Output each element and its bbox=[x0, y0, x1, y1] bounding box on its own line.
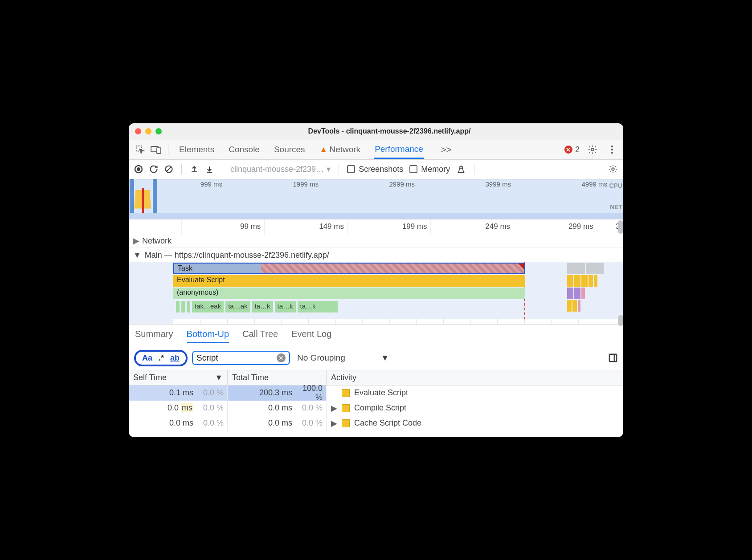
svg-rect-2 bbox=[157, 148, 161, 154]
col-self-time[interactable]: Self Time▼ bbox=[129, 370, 228, 385]
flame-bar[interactable]: tak…eak bbox=[192, 301, 224, 312]
window-title: DevTools - clinquant-mousse-2f2396.netli… bbox=[162, 127, 617, 135]
net-track-label: NET bbox=[609, 203, 622, 211]
svg-point-3 bbox=[591, 148, 594, 151]
panel-tabstrip: Elements Console Sources ▲Network Perfor… bbox=[129, 140, 623, 160]
table-row[interactable]: 0.0 ms0.0 % 0.0 ms0.0 % ▶Cache Script Co… bbox=[129, 416, 623, 431]
upload-icon[interactable] bbox=[190, 165, 199, 174]
flame-tail bbox=[567, 263, 621, 321]
chevron-down-icon: ▼ bbox=[381, 353, 389, 363]
scrollbar-thumb[interactable] bbox=[618, 220, 623, 234]
match-options-highlight: Aa .* ab bbox=[134, 350, 188, 366]
flame-micro-row: tak…eak ta…ak ta…k ta…k ta…k bbox=[176, 301, 338, 312]
tab-performance[interactable]: Performance bbox=[374, 141, 424, 159]
window-controls bbox=[135, 128, 162, 134]
svg-point-11 bbox=[612, 168, 614, 170]
tab-call-tree[interactable]: Call Tree bbox=[242, 329, 278, 343]
chevron-down-icon: ▾ bbox=[327, 164, 331, 174]
devtools-window: DevTools - clinquant-mousse-2f2396.netli… bbox=[129, 123, 623, 437]
memory-checkbox[interactable]: Memory bbox=[409, 165, 450, 174]
error-count: 2 bbox=[575, 145, 580, 154]
table-row[interactable]: 0.0 ms0.0 % 0.0 ms0.0 % ▶Compile Script bbox=[129, 401, 623, 416]
clear-icon[interactable] bbox=[164, 165, 173, 174]
close-icon[interactable] bbox=[135, 128, 141, 134]
tab-bottom-up[interactable]: Bottom-Up bbox=[187, 329, 229, 343]
main-track-header[interactable]: ▼ Main — https://clinquant-mousse-2f2396… bbox=[129, 248, 623, 260]
record-icon[interactable] bbox=[134, 165, 143, 174]
network-track-header[interactable]: ▶ Network bbox=[129, 235, 623, 248]
device-toggle-icon[interactable] bbox=[149, 143, 163, 156]
flame-bar-task[interactable]: Task bbox=[173, 263, 525, 274]
color-swatch bbox=[342, 404, 350, 412]
tab-event-log[interactable]: Event Log bbox=[291, 329, 331, 343]
settings-icon[interactable] bbox=[586, 143, 599, 156]
reload-record-icon[interactable] bbox=[149, 165, 158, 174]
kebab-menu-icon[interactable] bbox=[605, 143, 619, 156]
error-icon: ✕ bbox=[564, 146, 572, 154]
tab-console[interactable]: Console bbox=[228, 141, 261, 158]
error-count-badge[interactable]: ✕ 2 bbox=[564, 145, 580, 154]
scrollbar-thumb[interactable] bbox=[618, 315, 623, 326]
filter-input[interactable]: Script ✕ bbox=[192, 351, 290, 365]
table-header: Self Time▼ Total Time Activity bbox=[129, 370, 623, 386]
tabs-overflow[interactable]: >> bbox=[441, 145, 451, 155]
titlebar: DevTools - clinquant-mousse-2f2396.netli… bbox=[129, 123, 623, 140]
capture-settings-icon[interactable] bbox=[608, 164, 618, 174]
cpu-track-label: CPU bbox=[609, 182, 622, 189]
whole-word-button[interactable]: ab bbox=[170, 353, 180, 363]
flame-bar[interactable]: ta…k bbox=[252, 301, 273, 312]
regex-button[interactable]: .* bbox=[159, 353, 164, 363]
tab-summary[interactable]: Summary bbox=[135, 329, 173, 343]
flame-bar[interactable]: ta…k bbox=[298, 301, 338, 312]
color-swatch bbox=[342, 389, 350, 397]
svg-point-6 bbox=[611, 152, 613, 154]
svg-point-8 bbox=[137, 167, 140, 171]
svg-rect-12 bbox=[609, 354, 617, 362]
table-row[interactable]: 0.1 ms0.0 % 200.3 ms100.0 % Evaluate Scr… bbox=[129, 386, 623, 401]
expand-icon[interactable]: ▶ bbox=[331, 403, 337, 413]
svg-point-5 bbox=[611, 149, 613, 150]
collapse-icon: ▼ bbox=[133, 251, 141, 260]
dock-side-icon[interactable] bbox=[608, 353, 618, 363]
time-ruler: 99 ms 149 ms 199 ms 249 ms 299 ms 3 bbox=[129, 219, 623, 235]
maximize-icon[interactable] bbox=[155, 128, 162, 134]
table-body: 0.1 ms0.0 % 200.3 ms100.0 % Evaluate Scr… bbox=[129, 386, 623, 431]
overview-minimap[interactable]: 999 ms1999 ms2999 ms3999 ms4999 ms CPU N… bbox=[129, 179, 623, 219]
screenshots-checkbox[interactable]: Screenshots bbox=[347, 165, 403, 174]
filter-bar: Aa .* ab Script ✕ No Grouping ▼ bbox=[129, 346, 623, 370]
garbage-collect-icon[interactable] bbox=[456, 164, 466, 174]
svg-line-10 bbox=[167, 167, 171, 171]
minimize-icon[interactable] bbox=[145, 128, 151, 134]
performance-toolbar: clinquant-mousse-2f239…▾ Screenshots Mem… bbox=[129, 160, 623, 179]
detail-tabstrip: Summary Bottom-Up Call Tree Event Log bbox=[129, 324, 623, 346]
overview-ticks: 999 ms1999 ms2999 ms3999 ms4999 ms bbox=[129, 180, 610, 188]
col-activity[interactable]: Activity bbox=[327, 370, 623, 385]
expand-icon[interactable]: ▶ bbox=[331, 418, 337, 428]
warning-icon: ▲ bbox=[319, 145, 328, 154]
flame-bar[interactable]: ta…ak bbox=[225, 301, 250, 312]
tab-elements[interactable]: Elements bbox=[178, 141, 215, 158]
grouping-select[interactable]: No Grouping ▼ bbox=[297, 353, 389, 363]
clear-filter-icon[interactable]: ✕ bbox=[277, 353, 286, 362]
flame-bar-evaluate-script[interactable]: Evaluate Script bbox=[173, 275, 525, 287]
collapse-icon: ▶ bbox=[133, 236, 139, 246]
sort-desc-icon: ▼ bbox=[215, 373, 223, 382]
color-swatch bbox=[342, 419, 350, 427]
inspect-icon[interactable] bbox=[133, 143, 147, 156]
flame-chart[interactable]: 99 ms 149 ms 199 ms 249 ms 299 ms 3 ▶ Ne… bbox=[129, 219, 623, 324]
col-total-time[interactable]: Total Time bbox=[228, 370, 327, 385]
flame-bar[interactable]: ta…k bbox=[275, 301, 296, 312]
svg-point-4 bbox=[611, 146, 613, 147]
flame-bar-anonymous[interactable]: (anonymous) bbox=[173, 288, 525, 299]
download-icon[interactable] bbox=[205, 165, 214, 174]
match-case-button[interactable]: Aa bbox=[142, 353, 152, 363]
recording-selector[interactable]: clinquant-mousse-2f239…▾ bbox=[230, 164, 331, 174]
tab-network[interactable]: ▲Network bbox=[319, 141, 362, 158]
tab-sources[interactable]: Sources bbox=[273, 141, 306, 158]
